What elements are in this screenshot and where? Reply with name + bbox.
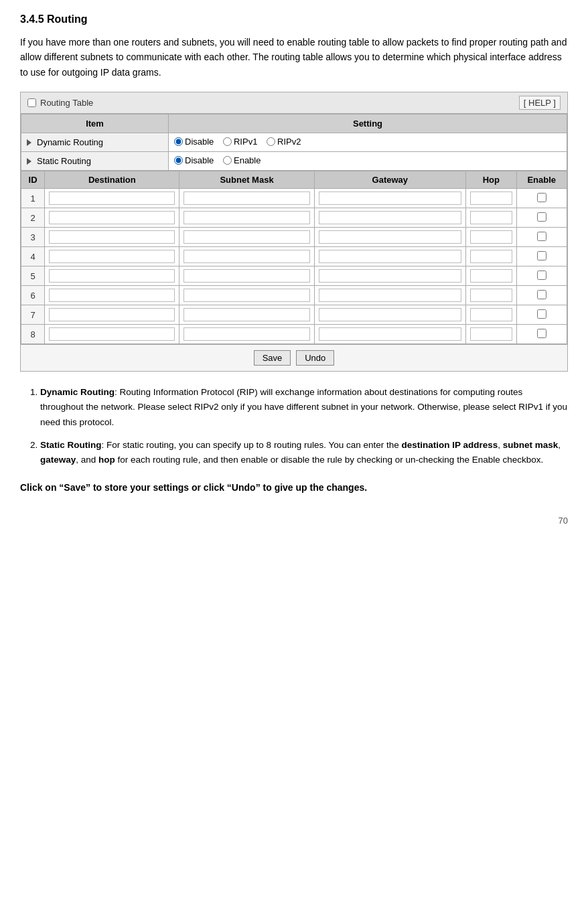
row-hop-2[interactable]: [466, 208, 516, 228]
static-enable-option[interactable]: Enable: [223, 155, 261, 165]
enable-checkbox-6[interactable]: [537, 290, 546, 299]
hop-input-3[interactable]: [470, 230, 512, 244]
save-button[interactable]: Save: [254, 350, 291, 366]
main-routing-table: Item Setting Dynamic Routing Disable: [21, 114, 567, 171]
row-hop-3[interactable]: [466, 228, 516, 247]
row-gateway-8[interactable]: [314, 325, 465, 344]
gateway-input-5[interactable]: [319, 269, 461, 283]
row-enable-4[interactable]: [516, 247, 567, 266]
static-routing-label: Static Routing: [27, 156, 163, 166]
row-destination-8[interactable]: [45, 325, 179, 344]
gateway-input-4[interactable]: [319, 250, 461, 263]
gateway-input-1[interactable]: [319, 191, 461, 205]
enable-checkbox-3[interactable]: [537, 232, 546, 241]
row-enable-7[interactable]: [516, 305, 567, 325]
row-hop-6[interactable]: [466, 286, 516, 305]
row-hop-4[interactable]: [466, 247, 516, 266]
row-enable-5[interactable]: [516, 266, 567, 286]
row-subnet-5[interactable]: [179, 266, 314, 286]
row-gateway-2[interactable]: [314, 208, 465, 228]
row-subnet-6[interactable]: [179, 286, 314, 305]
gateway-input-3[interactable]: [319, 230, 461, 244]
static-disable-option[interactable]: Disable: [174, 155, 214, 165]
subnet-input-5[interactable]: [183, 269, 309, 283]
dynamic-ripv2-radio[interactable]: [267, 137, 275, 146]
table-row: 4: [21, 247, 567, 266]
row-subnet-8[interactable]: [179, 325, 314, 344]
subnet-input-2[interactable]: [183, 211, 309, 224]
row-gateway-1[interactable]: [314, 189, 465, 208]
row-hop-1[interactable]: [466, 189, 516, 208]
subnet-input-1[interactable]: [183, 191, 309, 205]
row-destination-6[interactable]: [45, 286, 179, 305]
gateway-input-2[interactable]: [319, 211, 461, 224]
help-link[interactable]: [ HELP ]: [519, 96, 561, 110]
enable-checkbox-5[interactable]: [537, 271, 546, 280]
destination-input-4[interactable]: [49, 250, 175, 263]
routing-table-container: Routing Table [ HELP ] Item Setting Dyna…: [20, 92, 568, 372]
gateway-input-6[interactable]: [319, 289, 461, 302]
destination-input-7[interactable]: [49, 308, 175, 321]
row-subnet-3[interactable]: [179, 228, 314, 247]
hop-input-5[interactable]: [470, 269, 512, 283]
enable-checkbox-1[interactable]: [537, 193, 546, 202]
static-disable-radio[interactable]: [174, 156, 183, 165]
hop-input-6[interactable]: [470, 289, 512, 302]
hop-input-2[interactable]: [470, 211, 512, 224]
row-subnet-4[interactable]: [179, 247, 314, 266]
subnet-input-4[interactable]: [183, 250, 309, 263]
row-gateway-7[interactable]: [314, 305, 465, 325]
enable-checkbox-2[interactable]: [537, 212, 546, 222]
row-gateway-5[interactable]: [314, 266, 465, 286]
row-destination-7[interactable]: [45, 305, 179, 325]
row-hop-8[interactable]: [466, 325, 516, 344]
hop-input-8[interactable]: [470, 327, 512, 341]
dynamic-disable-option[interactable]: Disable: [174, 137, 214, 147]
note-dynamic-text: : Routing Information Protocol (RIP) wil…: [40, 387, 567, 427]
destination-input-8[interactable]: [49, 327, 175, 341]
dynamic-ripv1-radio[interactable]: [223, 137, 232, 146]
hop-input-1[interactable]: [470, 191, 512, 205]
routing-table-checkbox[interactable]: [27, 98, 36, 107]
subnet-input-7[interactable]: [183, 308, 309, 321]
destination-input-6[interactable]: [49, 289, 175, 302]
row-subnet-1[interactable]: [179, 189, 314, 208]
destination-input-1[interactable]: [49, 191, 175, 205]
destination-input-3[interactable]: [49, 230, 175, 244]
static-enable-radio[interactable]: [223, 156, 232, 165]
dynamic-ripv1-option[interactable]: RIPv1: [223, 137, 257, 147]
row-destination-2[interactable]: [45, 208, 179, 228]
enable-checkbox-4[interactable]: [537, 251, 546, 260]
row-destination-1[interactable]: [45, 189, 179, 208]
row-enable-6[interactable]: [516, 286, 567, 305]
destination-input-2[interactable]: [49, 211, 175, 224]
row-subnet-2[interactable]: [179, 208, 314, 228]
row-id-4: 4: [21, 247, 45, 266]
subnet-input-8[interactable]: [183, 327, 309, 341]
row-enable-1[interactable]: [516, 189, 567, 208]
enable-checkbox-8[interactable]: [537, 329, 546, 338]
row-gateway-3[interactable]: [314, 228, 465, 247]
row-destination-5[interactable]: [45, 266, 179, 286]
gateway-input-8[interactable]: [319, 327, 461, 341]
gateway-input-7[interactable]: [319, 308, 461, 321]
row-subnet-7[interactable]: [179, 305, 314, 325]
enable-checkbox-7[interactable]: [537, 309, 546, 319]
undo-button[interactable]: Undo: [296, 350, 334, 366]
subnet-input-3[interactable]: [183, 230, 309, 244]
subnet-input-6[interactable]: [183, 289, 309, 302]
row-gateway-4[interactable]: [314, 247, 465, 266]
hop-input-7[interactable]: [470, 308, 512, 321]
destination-input-5[interactable]: [49, 269, 175, 283]
row-enable-2[interactable]: [516, 208, 567, 228]
row-enable-3[interactable]: [516, 228, 567, 247]
dynamic-ripv2-option[interactable]: RIPv2: [267, 137, 301, 147]
hop-input-4[interactable]: [470, 250, 512, 263]
row-hop-7[interactable]: [466, 305, 516, 325]
row-destination-3[interactable]: [45, 228, 179, 247]
row-hop-5[interactable]: [466, 266, 516, 286]
row-gateway-6[interactable]: [314, 286, 465, 305]
dynamic-disable-radio[interactable]: [174, 137, 183, 146]
row-destination-4[interactable]: [45, 247, 179, 266]
row-enable-8[interactable]: [516, 325, 567, 344]
